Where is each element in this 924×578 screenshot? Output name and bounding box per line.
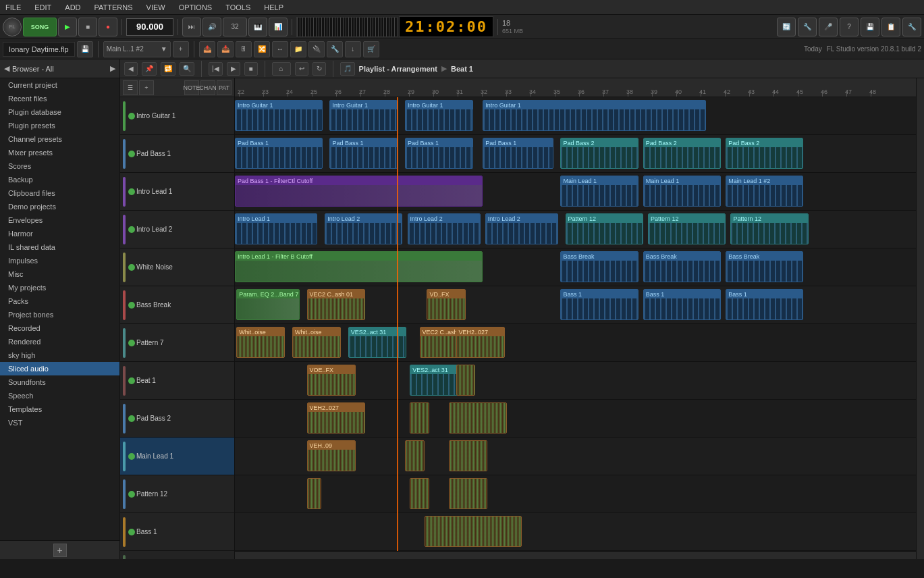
clip-1-4[interactable]: Pad Bass 2	[560, 138, 638, 169]
track-mute-dot[interactable]	[128, 226, 135, 233]
tc-pat-btn[interactable]: PAT	[217, 80, 232, 95]
browser-item-impulses[interactable]: Impulses	[0, 254, 119, 267]
menu-help[interactable]: HELP	[261, 2, 286, 13]
track-mute-dot[interactable]	[128, 491, 135, 498]
tb2-icon-8[interactable]: 🔧	[327, 41, 343, 57]
clip-2-1[interactable]: Main Lead 1	[560, 176, 638, 207]
tc-add-btn[interactable]: +	[139, 80, 154, 95]
clip-8-0[interactable]: VEH2..027	[307, 402, 365, 434]
clip-3-4[interactable]: Pattern 12	[566, 213, 643, 244]
browser-item-rendered[interactable]: Rendered	[0, 335, 119, 348]
tb-right-1[interactable]: 🔄	[777, 18, 796, 36]
pl-play-btn[interactable]: ▶	[227, 62, 240, 76]
browser-item-envelopes[interactable]: Envelopes	[0, 213, 119, 227]
pl-snap-btn[interactable]: 📌	[142, 62, 157, 76]
browser-item-my-projects[interactable]: My projects	[0, 281, 119, 294]
clip-1-3[interactable]: Pad Bass 1	[483, 138, 553, 169]
tc-chan-btn[interactable]: CHAN	[200, 80, 215, 95]
clip-10-0[interactable]	[307, 478, 322, 509]
pl-back-btn[interactable]: ◀	[124, 62, 138, 76]
clip-9-0[interactable]: VEH..09	[307, 440, 356, 471]
clip-10-1[interactable]	[410, 478, 429, 509]
time-sig-display[interactable]: 32	[223, 18, 247, 36]
clip-5-4[interactable]: Bass 1	[643, 289, 721, 320]
menu-tools[interactable]: TOOLS	[223, 2, 253, 13]
tc-col-btn[interactable]: NOTE	[184, 80, 199, 95]
menu-add[interactable]: ADD	[62, 2, 83, 13]
browser-item-harmor[interactable]: Harmor	[0, 227, 119, 240]
clip-0-3[interactable]: Intro Guitar 1	[483, 100, 706, 131]
clip-8-2[interactable]	[449, 402, 507, 434]
browser-item-speech[interactable]: Speech	[0, 389, 119, 402]
timeline-ruler[interactable]: 2223242526272829303132333435363738394041…	[235, 78, 916, 97]
track-row-12[interactable]: Pattern 14	[120, 551, 234, 559]
tb2-icon-3[interactable]: 🎚	[236, 41, 252, 57]
pl-loop-btn[interactable]: 🔁	[161, 62, 175, 76]
track-row-6[interactable]: Pattern 7	[120, 324, 234, 362]
clip-3-0[interactable]: Intro Lead 1	[235, 213, 317, 244]
browser-item-misc[interactable]: Misc	[0, 267, 119, 281]
browser-item-recent-files[interactable]: Recent files	[0, 92, 119, 105]
browser-back-icon[interactable]: ◀	[4, 64, 9, 73]
tb2-icon-7[interactable]: 🔌	[308, 41, 325, 57]
clip-1-2[interactable]: Pad Bass 1	[405, 138, 473, 169]
browser-item-project-bones[interactable]: Project bones	[0, 308, 119, 321]
track-mute-dot[interactable]	[128, 453, 135, 460]
track-mute-dot[interactable]	[128, 529, 135, 535]
track-row-9[interactable]: Main Lead 1	[120, 438, 234, 475]
browser-item-clipboard-files[interactable]: Clipboard files	[0, 186, 119, 200]
track-row-5[interactable]: Bass Break	[120, 286, 234, 324]
clip-8-1[interactable]	[410, 402, 429, 434]
track-lane-11[interactable]	[235, 513, 916, 551]
pl-zoom-btn[interactable]: 🔍	[180, 62, 194, 76]
track-lane-9[interactable]: VEH..09	[235, 438, 916, 475]
clip-10-2[interactable]	[449, 478, 488, 509]
browser-item-sky-high[interactable]: sky high	[0, 348, 119, 362]
clip-3-2[interactable]: Intro Lead 2	[408, 213, 481, 244]
clip-9-1[interactable]	[405, 440, 425, 471]
track-mute-dot[interactable]	[128, 340, 135, 346]
clip-0-2[interactable]: Intro Guitar 1	[405, 100, 473, 131]
track-row-10[interactable]: Pattern 12	[120, 475, 234, 513]
track-mute-dot[interactable]	[128, 377, 135, 384]
clip-0-0[interactable]: Intro Guitar 1	[235, 100, 323, 131]
tb2-icon-4[interactable]: 🔀	[254, 41, 270, 57]
track-lane-8[interactable]: VEH2..027	[235, 400, 916, 438]
track-lane-10[interactable]	[235, 475, 916, 513]
track-lane-1[interactable]: Pad Bass 1Pad Bass 1Pad Bass 1Pad Bass 1…	[235, 135, 916, 173]
browser-item-templates[interactable]: Templates	[0, 402, 119, 416]
clip-4-3[interactable]: Bass Break	[726, 251, 803, 282]
track-mute-dot[interactable]	[128, 188, 135, 195]
browser-item-channel-presets[interactable]: Channel presets	[0, 132, 119, 146]
clip-5-5[interactable]: Bass 1	[726, 289, 803, 320]
track-lane-7[interactable]: VOE..FXVES2..act 31	[235, 362, 916, 400]
tb2-icon-5[interactable]: ↔	[272, 41, 288, 57]
clip-5-0[interactable]: Param. EQ 2...Band 7 freq	[236, 289, 300, 320]
playlist-mode-btn[interactable]: ↻	[312, 62, 326, 76]
clip-3-1[interactable]: Intro Lead 2	[325, 213, 402, 244]
clip-2-3[interactable]: Main Lead 1 #2	[726, 176, 803, 207]
browser-item-scores[interactable]: Scores	[0, 159, 119, 173]
clip-2-0[interactable]: Pad Bass 1 - FilterCtl Cutoff	[235, 176, 483, 207]
menu-file[interactable]: FILE	[3, 2, 24, 13]
tb-right-3[interactable]: 🎤	[819, 18, 838, 36]
clip-1-6[interactable]: Pad Bass 2	[726, 138, 803, 169]
clip-11-0[interactable]	[425, 516, 522, 547]
clip-6-0[interactable]: Whit..oise	[236, 327, 285, 358]
pl-stop-btn[interactable]: ■	[244, 62, 258, 76]
tc-menu-btn[interactable]: ☰	[123, 80, 138, 95]
record-btn[interactable]: ●	[99, 18, 117, 36]
tb-right-7[interactable]: 🔧	[902, 18, 921, 36]
clip-4-2[interactable]: Bass Break	[643, 251, 721, 282]
playlist-undo-btn[interactable]: ↩	[295, 62, 308, 76]
browser-item-soundfonts[interactable]: Soundfonts	[0, 375, 119, 389]
tb-right-6[interactable]: 📋	[881, 18, 900, 36]
tempo-display[interactable]: 90.000	[126, 18, 173, 36]
browser-item-current-project[interactable]: Current project	[0, 78, 119, 92]
clip-5-2[interactable]: VD..FX	[427, 289, 466, 320]
clip-1-1[interactable]: Pad Bass 1	[329, 138, 398, 169]
clip-7-2[interactable]	[456, 365, 476, 396]
clip-3-3[interactable]: Intro Lead 2	[485, 213, 558, 244]
tb-icon-4[interactable]: 📊	[269, 18, 288, 36]
track-row-8[interactable]: Pad Bass 2	[120, 400, 234, 438]
